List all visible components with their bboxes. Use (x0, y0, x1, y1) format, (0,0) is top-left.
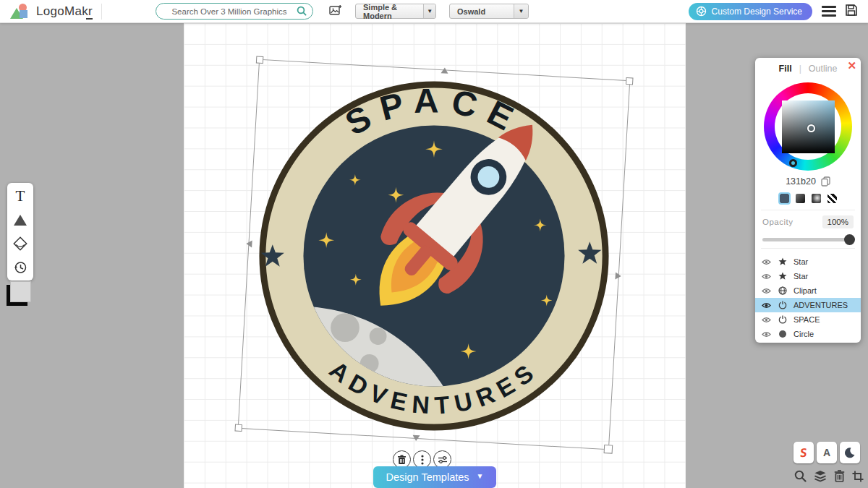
canvas-tools (794, 470, 864, 482)
tab-outline[interactable]: Outline (809, 64, 838, 74)
hue-selector[interactable] (789, 159, 797, 167)
brand-name: LogoMakr (36, 4, 93, 19)
trash-icon (397, 455, 407, 465)
zoom-icon[interactable] (794, 470, 807, 482)
top-bar: LogoMakr Simple & Modern ▼ Oswald ▼ Cust… (0, 0, 868, 23)
radial-gradient-swatch[interactable] (812, 194, 821, 203)
copy-icon[interactable] (821, 176, 830, 187)
shapes-tool-button[interactable] (11, 211, 30, 228)
opacity-label: Opacity (762, 218, 793, 226)
layer-row-circle[interactable]: Circle (755, 327, 861, 341)
add-image-icon[interactable] (329, 4, 342, 19)
visibility-eye-icon[interactable] (762, 317, 771, 323)
opacity-slider-knob[interactable] (844, 234, 855, 245)
layer-row-clipart[interactable]: Clipart (755, 283, 861, 298)
letter-a-icon: A (823, 447, 830, 458)
search-icon[interactable] (297, 6, 307, 19)
logo-artwork[interactable]: SPACE ADVENTURES (255, 77, 613, 435)
triangle-icon (14, 215, 27, 226)
history-tool-button[interactable] (11, 259, 30, 276)
star-icon (778, 272, 787, 281)
opacity-value: 100% (822, 215, 854, 228)
layers-icon[interactable] (814, 470, 827, 482)
svg-export-button[interactable]: S (793, 442, 814, 463)
lifebuoy-icon (696, 6, 707, 17)
s-logo-icon: S (799, 446, 808, 460)
close-icon[interactable]: ✕ (847, 60, 856, 71)
fill-panel: Fill | Outline ✕ 131b20 Opacity 100% Sta… (755, 58, 861, 343)
save-icon[interactable] (845, 4, 858, 20)
dark-mode-button[interactable] (840, 442, 860, 463)
star-icon (778, 257, 787, 266)
font-dropdown[interactable]: Oswald ▼ (449, 4, 529, 19)
crop-icon[interactable] (852, 470, 864, 482)
graphics-tool-button[interactable] (11, 235, 30, 252)
globe-icon (778, 286, 787, 295)
layer-row-star-1[interactable]: Star (755, 254, 861, 269)
custom-design-service-button[interactable]: Custom Design Service (689, 3, 812, 20)
hex-color-value[interactable]: 131b20 (786, 176, 816, 187)
chevron-down-icon: ▼ (423, 4, 435, 18)
history-icon (13, 260, 27, 275)
menu-icon[interactable] (822, 4, 836, 19)
visibility-eye-icon[interactable] (762, 288, 771, 294)
ellipsis-icon (421, 455, 424, 465)
layer-row-star-2[interactable]: Star (755, 269, 861, 283)
solid-fill-swatch[interactable] (780, 194, 789, 203)
text-power-icon (778, 315, 787, 324)
left-toolbar: T (7, 183, 33, 281)
opacity-slider[interactable] (762, 238, 854, 241)
current-color-swatch[interactable] (10, 281, 31, 302)
layer-row-adventures[interactable]: ADVENTURES (755, 298, 861, 312)
color-wheel[interactable] (764, 82, 852, 171)
pattern-swatch[interactable] (827, 194, 837, 203)
text-tool-button[interactable]: T (11, 187, 30, 205)
fill-type-swatches (755, 194, 861, 203)
logomakr-logo-icon (10, 3, 29, 20)
layers-list: Star Star Clipart ADVENTURES SPACE Circl… (755, 254, 861, 341)
visibility-eye-icon[interactable] (762, 259, 771, 265)
text-power-icon (778, 301, 787, 309)
export-buttons: S A (793, 442, 860, 463)
diamond-icon (12, 236, 28, 252)
visibility-eye-icon[interactable] (762, 302, 771, 309)
chevron-down-icon: ▼ (514, 4, 528, 18)
sv-selector[interactable] (807, 124, 815, 132)
layer-row-space[interactable]: SPACE (755, 312, 861, 327)
visibility-eye-icon[interactable] (762, 331, 771, 338)
style-dropdown[interactable]: Simple & Modern ▼ (355, 4, 436, 19)
sliders-icon (438, 455, 448, 464)
design-templates-button[interactable]: Design Templates ▼ (373, 466, 496, 488)
moon-icon (844, 447, 856, 458)
search-input[interactable] (156, 3, 313, 20)
visibility-eye-icon[interactable] (762, 273, 771, 280)
chevron-down-icon: ▼ (477, 472, 484, 480)
tab-fill[interactable]: Fill (779, 64, 792, 74)
font-button[interactable]: A (817, 442, 837, 463)
circle-icon (778, 330, 787, 338)
trash-icon[interactable] (834, 470, 845, 482)
linear-gradient-swatch[interactable] (796, 194, 805, 203)
